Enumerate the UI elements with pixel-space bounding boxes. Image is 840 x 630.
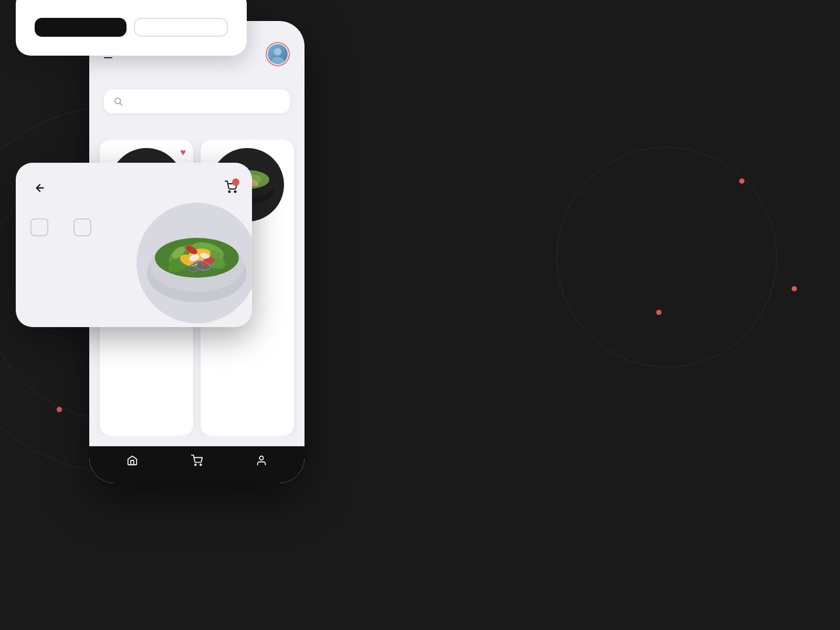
search-input[interactable] [128,97,280,106]
search-bar[interactable] [104,89,290,113]
svg-line-3 [120,103,122,105]
nav-profile[interactable] [256,455,267,468]
svg-point-27 [235,191,236,193]
back-arrow-icon [34,182,46,194]
product-detail-card: ★ [16,163,252,327]
top-detail-card [16,0,247,56]
bottom-navigation [89,446,304,483]
product-header [16,163,252,208]
cart-badge [232,178,239,186]
greek-salad-svg [139,205,252,321]
avatar-image [268,45,287,64]
cart-icon [191,455,203,466]
svg-point-1 [271,57,284,64]
cart-button[interactable] [225,181,237,195]
product-content [16,218,252,236]
quantity-increase-button[interactable] [74,218,91,236]
back-button[interactable] [30,178,49,197]
nav-home[interactable] [127,455,138,468]
svg-point-23 [195,464,196,466]
like-button-1[interactable]: ♥ [180,147,186,158]
avatar[interactable] [266,42,290,66]
svg-point-24 [200,464,202,466]
home-icon [127,455,138,466]
svg-point-0 [274,48,281,55]
category-tabs [89,126,304,140]
quantity-decrease-button[interactable] [30,218,48,236]
phone-title [89,75,304,89]
svg-point-26 [229,191,230,193]
product-salad-image [136,203,252,327]
nav-cart[interactable] [191,455,203,468]
add-chart-button[interactable] [134,18,228,37]
search-icon [113,97,123,106]
card-buttons [35,18,228,37]
order-now-button[interactable] [35,18,127,37]
svg-point-25 [260,456,264,460]
profile-icon [256,455,267,466]
